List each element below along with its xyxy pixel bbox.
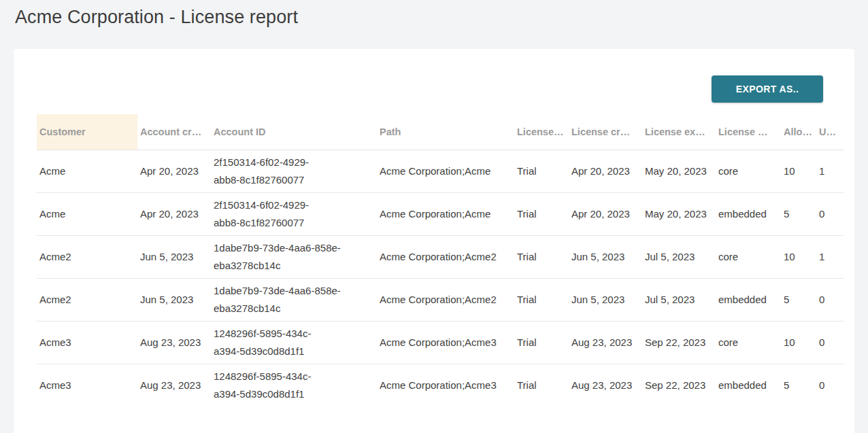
cell-customer: Acme	[37, 192, 137, 235]
column-header-path[interactable]: Path	[377, 114, 514, 150]
cell-license_created: Jun 5, 2023	[569, 278, 642, 321]
cell-account_created: Jun 5, 2023	[137, 235, 211, 278]
cell-account_created: Apr 20, 2023	[137, 192, 211, 235]
column-header-license_created[interactable]: License cr…	[569, 114, 642, 150]
cell-allowed: 5	[781, 192, 816, 235]
export-as-button[interactable]: EXPORT AS..	[712, 75, 823, 103]
cell-license_expires: Sep 22, 2023	[642, 321, 716, 364]
report-card: EXPORT AS.. CustomerAccount cr…Account I…	[14, 49, 854, 433]
column-header-license_expires[interactable]: License ex…	[642, 114, 716, 150]
cell-license_expires: Jul 5, 2023	[642, 235, 716, 278]
cell-license_model: embedded	[716, 364, 781, 406]
cell-customer: Acme2	[37, 278, 137, 321]
cell-account_created: Aug 23, 2023	[137, 364, 211, 406]
cell-license_created: Apr 20, 2023	[569, 192, 642, 235]
column-header-license_model[interactable]: License …	[716, 114, 781, 150]
cell-used: 1	[816, 150, 844, 192]
column-header-account_id[interactable]: Account ID	[211, 114, 377, 150]
cell-license_expires: May 20, 2023	[642, 192, 716, 235]
table-row: Acme3Aug 23, 20231248296f-5895-434c- a39…	[37, 364, 844, 406]
column-header-customer[interactable]: Customer	[37, 114, 137, 150]
cell-license_expires: Sep 22, 2023	[642, 364, 716, 406]
cell-allowed: 5	[781, 364, 816, 406]
column-header-allowed[interactable]: Allo…	[781, 114, 816, 150]
cell-account_id: 2f150314-6f02-4929- abb8-8c1f82760077	[211, 192, 377, 235]
cell-allowed: 10	[781, 150, 816, 192]
cell-path: Acme Corporation;Acme3	[377, 364, 514, 406]
cell-license_type: Trial	[514, 235, 569, 278]
cell-license_created: Aug 23, 2023	[569, 321, 642, 364]
cell-license_model: embedded	[716, 278, 781, 321]
cell-allowed: 5	[781, 278, 816, 321]
cell-license_type: Trial	[514, 192, 569, 235]
cell-license_model: core	[716, 321, 781, 364]
table-row: Acme2Jun 5, 20231dabe7b9-73de-4aa6-858e-…	[37, 235, 844, 278]
cell-customer: Acme3	[37, 364, 137, 406]
cell-account_id: 1dabe7b9-73de-4aa6-858e- eba3278cb14c	[211, 235, 377, 278]
cell-used: 0	[816, 278, 844, 321]
page-title: Acme Corporation - License report	[15, 7, 298, 28]
cell-path: Acme Corporation;Acme3	[377, 321, 514, 364]
cell-license_model: core	[716, 235, 781, 278]
column-header-license_type[interactable]: License…	[514, 114, 569, 150]
column-header-used[interactable]: U…	[816, 114, 844, 150]
cell-path: Acme Corporation;Acme2	[377, 235, 514, 278]
cell-license_model: embedded	[716, 192, 781, 235]
table-row: AcmeApr 20, 20232f150314-6f02-4929- abb8…	[37, 192, 844, 235]
cell-used: 0	[816, 364, 844, 406]
cell-license_created: Apr 20, 2023	[569, 150, 642, 192]
table-row: Acme3Aug 23, 20231248296f-5895-434c- a39…	[37, 321, 844, 364]
table-row: Acme2Jun 5, 20231dabe7b9-73de-4aa6-858e-…	[37, 278, 844, 321]
cell-used: 1	[816, 235, 844, 278]
cell-path: Acme Corporation;Acme	[377, 192, 514, 235]
cell-license_type: Trial	[514, 364, 569, 406]
cell-used: 0	[816, 192, 844, 235]
cell-license_model: core	[716, 150, 781, 192]
table-header-row: CustomerAccount cr…Account IDPathLicense…	[37, 114, 844, 150]
cell-account_created: Jun 5, 2023	[137, 278, 211, 321]
cell-path: Acme Corporation;Acme	[377, 150, 514, 192]
cell-account_id: 1248296f-5895-434c- a394-5d39c0d8d1f1	[211, 321, 377, 364]
table-row: AcmeApr 20, 20232f150314-6f02-4929- abb8…	[37, 150, 844, 192]
cell-license_type: Trial	[514, 150, 569, 192]
cell-customer: Acme2	[37, 235, 137, 278]
cell-account_id: 1dabe7b9-73de-4aa6-858e- eba3278cb14c	[211, 278, 377, 321]
cell-license_created: Aug 23, 2023	[569, 364, 642, 406]
cell-customer: Acme	[37, 150, 137, 192]
cell-account_created: Aug 23, 2023	[137, 321, 211, 364]
column-header-account_created[interactable]: Account cr…	[137, 114, 211, 150]
cell-account_id: 2f150314-6f02-4929- abb8-8c1f82760077	[211, 150, 377, 192]
cell-path: Acme Corporation;Acme2	[377, 278, 514, 321]
cell-license_expires: Jul 5, 2023	[642, 278, 716, 321]
cell-customer: Acme3	[37, 321, 137, 364]
cell-allowed: 10	[781, 321, 816, 364]
cell-license_expires: May 20, 2023	[642, 150, 716, 192]
cell-license_type: Trial	[514, 278, 569, 321]
cell-allowed: 10	[781, 235, 816, 278]
cell-license_type: Trial	[514, 321, 569, 364]
cell-account_id: 1248296f-5895-434c- a394-5d39c0d8d1f1	[211, 364, 377, 406]
license-table: CustomerAccount cr…Account IDPathLicense…	[37, 114, 844, 406]
cell-license_created: Jun 5, 2023	[569, 235, 642, 278]
cell-account_created: Apr 20, 2023	[137, 150, 211, 192]
cell-used: 0	[816, 321, 844, 364]
